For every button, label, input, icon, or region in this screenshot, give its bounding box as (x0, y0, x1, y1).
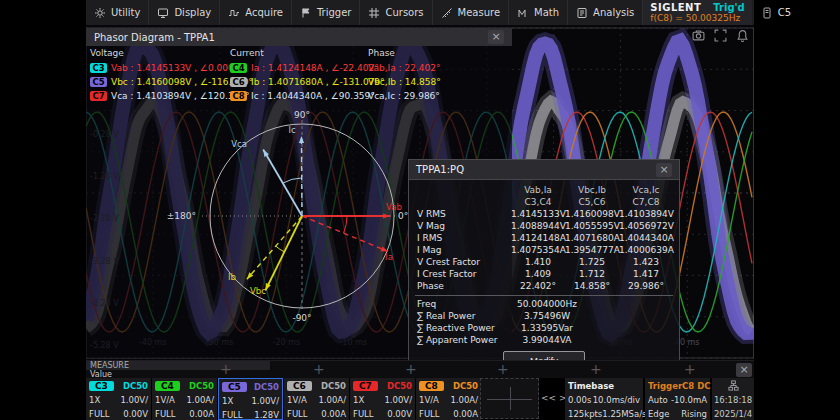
voltage-readout: Vca : 1.4103894V , ∠120.345° (111, 91, 250, 101)
menu-item-label: Trigger (317, 7, 352, 18)
current-readout: Ia : 1.4124148A , ∠-22.402° (251, 63, 379, 73)
fullscreen-icon[interactable] (714, 29, 727, 42)
current-readout: Ic : 1.4044340A , ∠90.359° (251, 91, 375, 101)
phase-readout: Vab,Ia : 22.402° (368, 63, 440, 73)
menu-item-label: Analysis (593, 7, 634, 18)
pq-col-header: Vbc,Ib (565, 184, 619, 196)
acquire-icon (228, 7, 240, 19)
channel-box-c4[interactable]: C4DC50 1V/A1.00A/ FULL0.00A (152, 378, 217, 420)
add-measurement-slot[interactable]: + (497, 361, 509, 377)
channel-box-c5[interactable]: C5DC50 1X1.00V/ FULL1.28V (218, 378, 283, 420)
phase-readout-column: Phase Vab,Ia : 22.402° Vbc,Ib : 14.858° … (368, 48, 510, 103)
voltage-column-header: Voltage (90, 48, 230, 58)
trigger-status-badge: Trig'd (713, 2, 744, 13)
channel-badge: C4 (230, 63, 247, 73)
add-measurement-slot[interactable]: + (220, 361, 232, 377)
measure-bar: MEASURE Value + + + + + + × (86, 360, 754, 379)
pq-table: Vab,Ia Vbc,Ib Vca,Ic C3,C4 C5,C6 C7,C8 V… (409, 180, 679, 368)
table-row: I Crest Factor1.4091.7121.417 (415, 268, 673, 280)
voltage-readout-column: Voltage C3Vab : 1.4145133V , ∠0.000° C5V… (90, 48, 230, 103)
summary-row: ∑ Apparent Power3.99044VA (415, 334, 673, 346)
pq-col-subheader: C5,C6 (565, 196, 619, 208)
menu-item-label: Math (534, 7, 559, 18)
measure-icon (441, 7, 453, 19)
table-row: V RMS1.4145133V1.4160098V1.4103894V (415, 208, 673, 220)
pq-col-subheader: C3,C4 (511, 196, 565, 208)
menu-bar: Utility Display Acquire Trigger Cursors … (86, 0, 754, 25)
phasor-window-titlebar[interactable]: Phasor Diagram - TPPA1 × (86, 28, 512, 46)
channel-badge: C5 (90, 77, 107, 87)
channel-badge: C7 (90, 91, 107, 101)
display-toolbar (692, 29, 749, 42)
summary-row: Freq50.004000Hz (415, 298, 673, 310)
channel-box-c3[interactable]: C3DC50 1X1.00V/ FULL0.00V (86, 378, 151, 420)
menu-item-analysis[interactable]: Analysis (568, 0, 643, 25)
menu-item-acquire[interactable]: Acquire (220, 0, 292, 25)
math-icon (517, 7, 529, 19)
menu-item-cursors[interactable]: Cursors (360, 0, 432, 25)
gear-icon (94, 7, 106, 19)
pq-col-subheader: C7,C8 (619, 196, 673, 208)
clock-box[interactable]: 16:18:18 2025/1/4 (712, 378, 754, 420)
divider (415, 295, 673, 296)
channel-badge: C8 (230, 91, 247, 101)
menu-item-label: Display (174, 7, 211, 18)
current-readout-column: Current C4Ia : 1.4124148A , ∠-22.402° C6… (230, 48, 366, 103)
pq-dialog: TPPA1:PQ × Vab,Ia Vbc,Ib Vca,Ic C3,C4 C5… (408, 159, 680, 375)
channel-box-c8[interactable]: C8DC50 1V/A1.00A/ FULL0.00A (416, 378, 481, 420)
menu-item-measure[interactable]: Measure (433, 0, 510, 25)
timebase-box[interactable]: Timebase 0.00s10.0ms/div 125kpts1.25MSa/… (565, 378, 643, 420)
close-icon[interactable]: × (736, 363, 752, 377)
channel-box-c6[interactable]: C6DC50 1V/A1.00A/ FULL0.00A (284, 378, 349, 420)
menu-item-label: Measure (458, 7, 501, 18)
table-row: V Mag1.4088944V1.4055595V1.4056972V (415, 220, 673, 232)
trigger-box[interactable]: TriggerC8 DC Auto-10.0mA EdgeRising (645, 378, 710, 420)
camera-icon[interactable] (692, 29, 705, 42)
phase-column-header: Phase (368, 48, 510, 58)
add-measurement-slot[interactable]: + (313, 361, 325, 377)
status-block: SIGLENT Trig'd f(C8) = 50.00325Hz (643, 0, 752, 25)
pq-dialog-title: TPPA1:PQ (416, 164, 464, 175)
table-row: I RMS1.4124148A1.4071680A1.4044340A (415, 232, 673, 244)
menu-item-label: Utility (111, 7, 140, 18)
bell-icon[interactable] (736, 29, 749, 42)
table-row: Phase22.402°14.858°29.986° (415, 280, 673, 292)
analysis-icon (576, 7, 588, 19)
channel-box-c7[interactable]: C7DC50 1X1.00V/ FULL0.00V (350, 378, 415, 420)
menu-item-math[interactable]: Math (509, 0, 568, 25)
close-icon[interactable]: × (488, 30, 504, 44)
add-measurement-slot[interactable]: + (684, 361, 696, 377)
close-icon[interactable]: × (656, 163, 672, 177)
display-icon (157, 7, 169, 19)
pq-col-header: Vca,Ic (619, 184, 673, 196)
crosshair-icon (510, 387, 511, 410)
active-channel-indicator[interactable]: C5 (752, 7, 800, 19)
cursors-icon (368, 7, 380, 19)
menu-item-label: Acquire (245, 7, 283, 18)
summary-row: ∑ Reactive Power1.33595Var (415, 322, 673, 334)
add-measurement-slot[interactable]: + (590, 361, 602, 377)
channel-badge: C6 (230, 77, 247, 87)
menu-item-label: Cursors (385, 7, 423, 18)
add-measurement-slot[interactable]: + (405, 361, 417, 377)
current-column-header: Current (230, 48, 366, 58)
active-channel-label: C5 (778, 7, 791, 18)
menu-item-trigger[interactable]: Trigger (292, 0, 361, 25)
phase-readout: Vca,Ic : 29.986° (368, 91, 440, 101)
table-row: I Mag1.4075354A1.3954777A1.4000639A (415, 244, 673, 256)
disk-icon (761, 7, 773, 19)
clock-date: 2025/1/4 (714, 409, 752, 419)
channel-bar: C3DC50 1X1.00V/ FULL0.00V C4DC50 1V/A1.0… (86, 378, 754, 420)
table-row: V Crest Factor1.4101.7251.423 (415, 256, 673, 268)
zoom-preview-box[interactable] (480, 378, 539, 419)
summary-row: ∑ Real Power3.75496W (415, 310, 673, 322)
measure-bar-title: MEASURE (86, 361, 270, 370)
phase-readout: Vbc,Ib : 14.858° (368, 77, 441, 87)
frequency-readout: f(C8) = 50.00325Hz (650, 13, 745, 23)
voltage-readout: Vab : 1.4145133V , ∠0.000° (111, 63, 238, 73)
menu-item-utility[interactable]: Utility (86, 0, 149, 25)
channel-badge: C3 (90, 63, 107, 73)
menu-item-display[interactable]: Display (149, 0, 220, 25)
pq-dialog-titlebar[interactable]: TPPA1:PQ × (409, 160, 679, 180)
menu-right: SIGLENT Trig'd f(C8) = 50.00325Hz C5 (643, 0, 800, 25)
